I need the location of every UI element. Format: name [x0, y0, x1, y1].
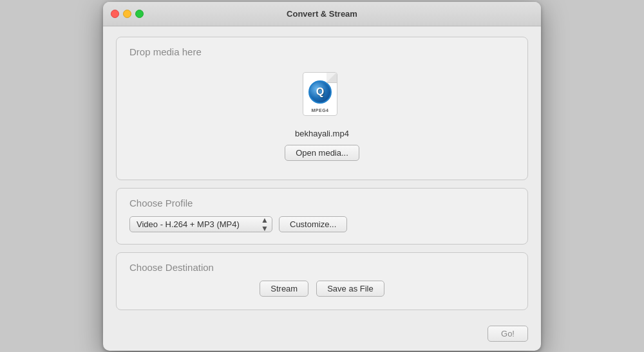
choose-destination-section: Choose Destination Stream Save as File: [116, 252, 528, 310]
window-title: Convert & Stream: [287, 9, 357, 19]
open-media-button[interactable]: Open media...: [285, 145, 359, 161]
destination-buttons: Stream Save as File: [129, 281, 515, 297]
traffic-lights: [111, 10, 144, 18]
title-bar: Convert & Stream: [103, 2, 541, 26]
close-button[interactable]: [111, 10, 119, 18]
save-as-file-button[interactable]: Save as File: [316, 281, 384, 297]
filename-label: bekhayali.mp4: [295, 129, 349, 138]
file-icon-container: Q MPEG4: [303, 72, 341, 124]
file-type-label: MPEG4: [311, 108, 328, 113]
main-window: Convert & Stream Drop media here Q MPEG4: [103, 2, 541, 351]
file-icon-logo: Q: [308, 80, 332, 104]
file-icon-body: Q MPEG4: [303, 72, 337, 116]
profile-select-wrapper: Video - H.264 + MP3 (MP4) Audio - MP3 Vi…: [129, 216, 272, 232]
window-content: Drop media here Q MPEG4 bekhayali.mp4: [103, 26, 541, 320]
file-icon: Q MPEG4: [303, 72, 341, 120]
go-button[interactable]: Go!: [488, 326, 528, 342]
file-icon-fold: [327, 73, 337, 83]
drop-area[interactable]: Q MPEG4 bekhayali.mp4 Open media...: [129, 65, 515, 168]
drop-media-section: Drop media here Q MPEG4 bekhayali.mp4: [116, 37, 528, 180]
minimize-button[interactable]: [123, 10, 131, 18]
quicktime-icon: Q: [316, 86, 324, 98]
drop-media-title: Drop media here: [129, 46, 515, 57]
stream-button[interactable]: Stream: [260, 281, 308, 297]
profile-select[interactable]: Video - H.264 + MP3 (MP4) Audio - MP3 Vi…: [129, 216, 272, 232]
choose-destination-title: Choose Destination: [129, 262, 515, 273]
bottom-bar: Go!: [103, 320, 541, 351]
customize-button[interactable]: Customize...: [279, 216, 347, 232]
choose-profile-title: Choose Profile: [129, 198, 515, 208]
choose-profile-section: Choose Profile Video - H.264 + MP3 (MP4)…: [116, 188, 528, 245]
maximize-button[interactable]: [135, 10, 144, 18]
profile-row: Video - H.264 + MP3 (MP4) Audio - MP3 Vi…: [129, 216, 515, 232]
